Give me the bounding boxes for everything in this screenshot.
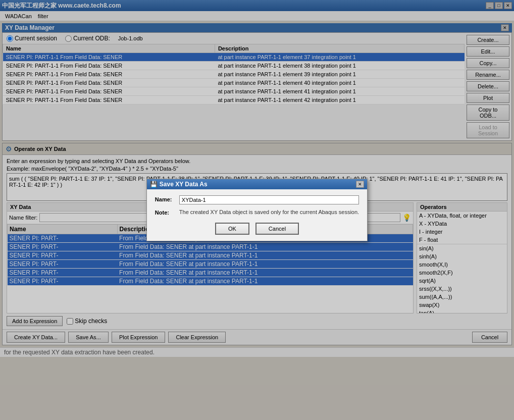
modal-note-text: The created XY Data object is saved only…	[179, 208, 359, 216]
modal-note-row: Note: The created XY Data object is save…	[155, 208, 359, 216]
modal-name-input[interactable]	[179, 195, 359, 204]
modal-dialog: 💾 Save XY Data As ✕ Name: Note: The crea…	[146, 179, 368, 241]
modal-close-button[interactable]: ✕	[356, 181, 364, 188]
modal-title-bar: 💾 Save XY Data As ✕	[147, 179, 367, 189]
modal-name-label: Name:	[155, 195, 175, 202]
modal-overlay: 💾 Save XY Data As ✕ Name: Note: The crea…	[0, 0, 514, 420]
modal-name-row: Name:	[155, 195, 359, 204]
modal-cancel-button[interactable]: Cancel	[255, 223, 299, 235]
modal-title: Save XY Data As	[160, 181, 208, 188]
modal-ok-button[interactable]: OK	[215, 223, 249, 235]
modal-buttons: OK Cancel	[155, 223, 359, 235]
modal-body: Name: Note: The created XY Data object i…	[147, 189, 367, 240]
modal-note-label: Note:	[155, 208, 175, 216]
modal-icon: 💾	[150, 181, 158, 188]
